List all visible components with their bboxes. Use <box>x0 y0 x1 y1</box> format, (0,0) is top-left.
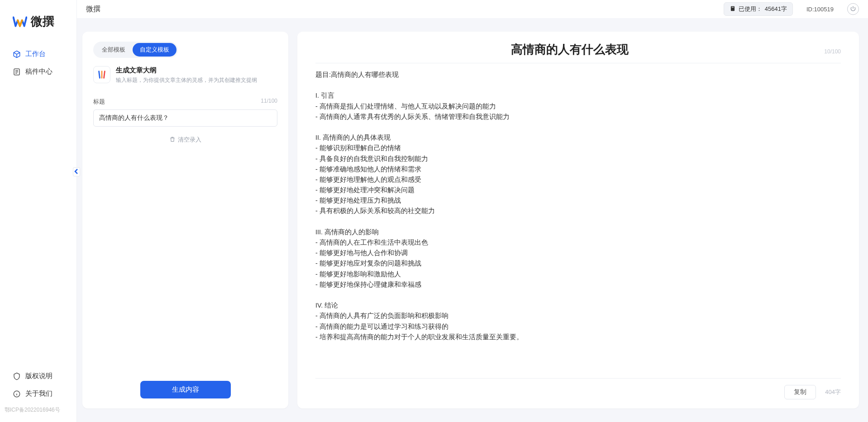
usage-prefix: 已使用： <box>739 5 762 13</box>
tab-all-templates[interactable]: 全部模板 <box>95 43 133 57</box>
logo: 微撰 <box>0 0 76 41</box>
logo-icon <box>13 14 27 29</box>
svg-rect-3 <box>732 7 734 7</box>
power-button[interactable] <box>847 3 859 15</box>
tab-custom-template[interactable]: 自定义模板 <box>133 43 176 57</box>
output-title-char-count: 10/100 <box>824 48 841 55</box>
clear-label: 清空录入 <box>178 136 201 144</box>
shield-icon <box>13 372 21 380</box>
output-body[interactable]: 题目:高情商的人有哪些表现 I. 引言 - 高情商是指人们处理情绪、与他人互动以… <box>315 70 841 378</box>
nav: 工作台 稿件中心 <box>0 41 76 363</box>
input-panel: 全部模板 自定义模板 生成文章大纲 输入标题，为你提供文章主体的灵感，并为其创建… <box>82 32 288 408</box>
logo-text: 微撰 <box>31 14 54 29</box>
nav-label: 关于我们 <box>25 389 52 398</box>
template-icon <box>93 66 110 83</box>
nav-about[interactable]: 关于我们 <box>0 385 76 403</box>
title-char-count: 11/100 <box>261 98 277 106</box>
output-title: 高情商的人有什么表现 <box>315 42 824 57</box>
user-id: ID:100519 <box>806 6 834 13</box>
nav-label: 工作台 <box>25 50 46 58</box>
clear-input-button[interactable]: 清空录入 <box>93 136 277 144</box>
usage-pill: 已使用： 45641字 <box>724 2 793 16</box>
nav-label: 稿件中心 <box>25 67 52 76</box>
power-icon <box>850 5 856 13</box>
template-desc: 输入标题，为你提供文章主体的灵感，并为其创建推文提纲 <box>116 76 257 84</box>
chevron-left-icon <box>74 168 79 176</box>
trash-icon <box>169 136 176 144</box>
nav-label: 版权说明 <box>25 372 52 380</box>
topbar: 微撰 已使用： 45641字 ID:100519 <box>77 0 868 18</box>
output-panel: 高情商的人有什么表现 10/100 题目:高情商的人有哪些表现 I. 引言 - … <box>297 32 859 408</box>
sidebar-collapse-handle[interactable] <box>73 167 80 176</box>
sidebar: 微撰 工作台 稿件中心 版权说明 <box>0 0 77 422</box>
template-title: 生成文章大纲 <box>116 66 257 75</box>
cube-icon <box>13 50 21 58</box>
page-title: 微撰 <box>86 5 100 14</box>
generate-button[interactable]: 生成内容 <box>140 381 231 398</box>
output-word-count: 404字 <box>825 388 841 396</box>
sidebar-bottom: 版权说明 关于我们 鄂ICP备2022016946号 <box>0 363 76 422</box>
usage-icon <box>730 5 736 13</box>
usage-value: 45641字 <box>765 5 787 13</box>
nav-drafts[interactable]: 稿件中心 <box>0 63 76 81</box>
nav-copyright[interactable]: 版权说明 <box>0 367 76 385</box>
nav-workbench[interactable]: 工作台 <box>0 45 76 63</box>
icp-label: 鄂ICP备2022016946号 <box>0 403 76 417</box>
template-header: 生成文章大纲 输入标题，为你提供文章主体的灵感，并为其创建推文提纲 <box>93 66 277 84</box>
info-icon <box>13 390 21 398</box>
svg-rect-2 <box>731 6 734 11</box>
document-icon <box>13 68 21 76</box>
template-tabs: 全部模板 自定义模板 <box>93 42 178 58</box>
copy-button[interactable]: 复制 <box>784 385 816 399</box>
title-input[interactable] <box>93 109 277 127</box>
title-field-label: 标题 <box>93 98 105 106</box>
